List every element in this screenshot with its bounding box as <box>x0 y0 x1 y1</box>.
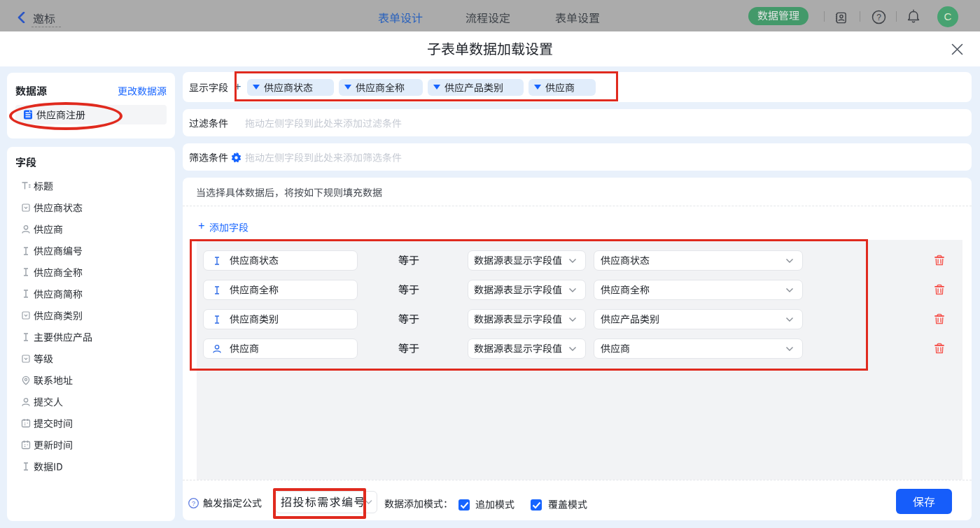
svg-text:?: ? <box>876 13 881 22</box>
svg-text:?: ? <box>192 499 195 507</box>
